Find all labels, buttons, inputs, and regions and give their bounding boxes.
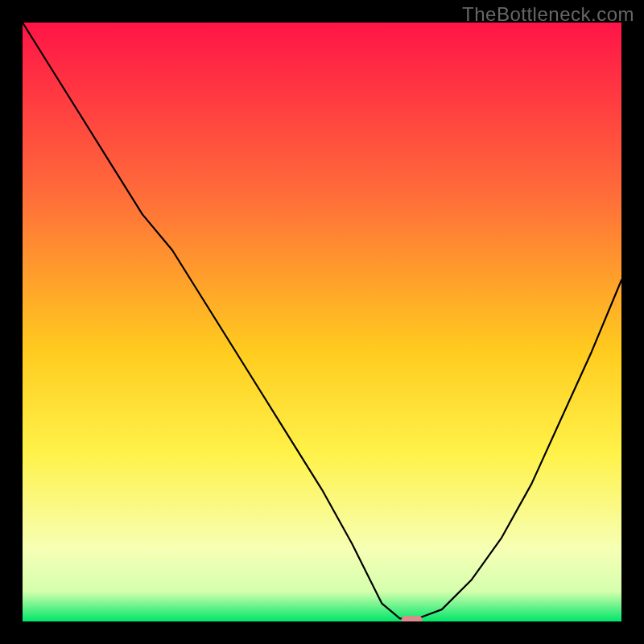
- plot-area: [23, 23, 621, 621]
- curve-marker: [402, 616, 423, 621]
- chart-svg: [23, 23, 621, 621]
- gradient-background: [23, 23, 621, 621]
- watermark-text: TheBottleneck.com: [462, 3, 634, 26]
- chart-frame: TheBottleneck.com: [0, 0, 644, 644]
